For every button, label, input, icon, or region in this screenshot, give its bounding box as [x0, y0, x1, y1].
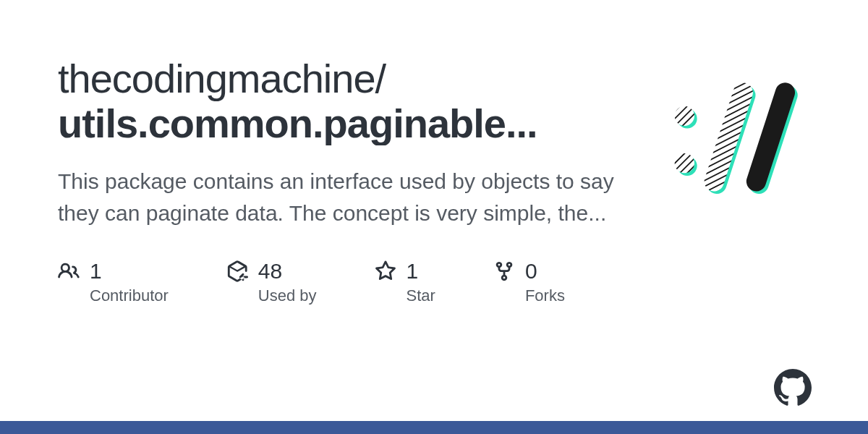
star-icon	[375, 260, 396, 282]
org-logo	[651, 56, 810, 216]
owner-slash: /	[375, 56, 386, 101]
repo-owner-text: thecodingmachine	[58, 56, 375, 101]
fork-icon	[493, 260, 515, 282]
people-icon	[58, 260, 80, 282]
stats-row: 1 Contributor 48 Used by 1 Star 0 Forks	[58, 259, 810, 305]
contributors-value: 1	[90, 259, 102, 284]
org-logo-icon	[658, 67, 803, 212]
repo-owner: thecodingmachine/	[58, 56, 622, 101]
contributors-label: Contributor	[90, 286, 169, 305]
repo-description: This package contains an interface used …	[58, 166, 622, 229]
social-card: thecodingmachine/ utils.common.paginable…	[0, 0, 868, 434]
usedby-label: Used by	[258, 286, 317, 305]
stat-contributors: 1 Contributor	[58, 259, 169, 305]
title-block: thecodingmachine/ utils.common.paginable…	[58, 56, 622, 229]
forks-value: 0	[525, 259, 537, 284]
forks-label: Forks	[525, 286, 565, 305]
usedby-value: 48	[258, 259, 282, 284]
stars-value: 1	[407, 259, 419, 284]
svg-point-5	[675, 153, 694, 173]
stat-usedby: 48 Used by	[226, 259, 317, 305]
stat-forks: 0 Forks	[493, 259, 565, 305]
svg-point-3	[675, 106, 694, 126]
github-logo-icon	[774, 369, 812, 407]
accent-bar	[0, 421, 868, 434]
stars-label: Star	[407, 286, 435, 305]
package-dependents-icon	[226, 260, 248, 282]
stat-stars: 1 Star	[375, 259, 435, 305]
header-row: thecodingmachine/ utils.common.paginable…	[58, 56, 810, 229]
repo-name: utils.common.paginable...	[58, 101, 622, 146]
